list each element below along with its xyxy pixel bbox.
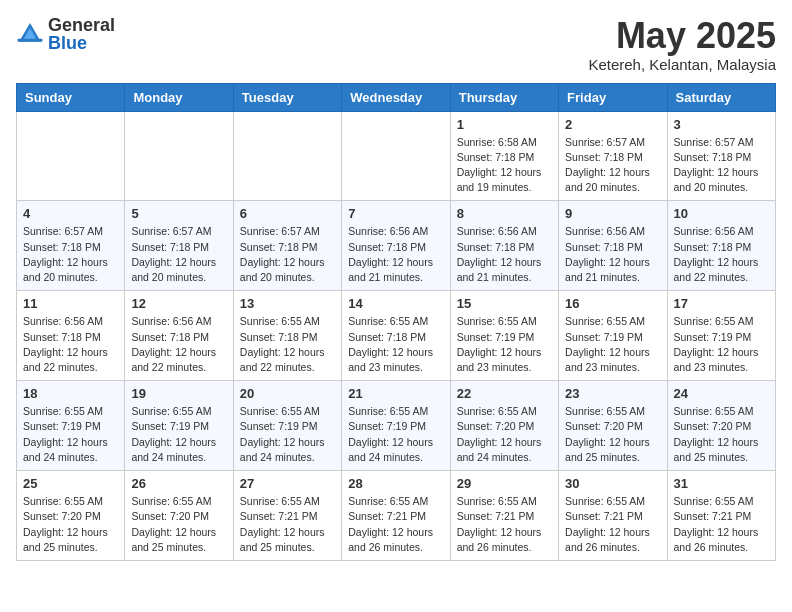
calendar-cell: 17Sunrise: 6:55 AM Sunset: 7:19 PM Dayli… [667, 291, 775, 381]
calendar-cell: 7Sunrise: 6:56 AM Sunset: 7:18 PM Daylig… [342, 201, 450, 291]
day-number: 18 [23, 386, 118, 401]
calendar-cell: 10Sunrise: 6:56 AM Sunset: 7:18 PM Dayli… [667, 201, 775, 291]
calendar-cell: 9Sunrise: 6:56 AM Sunset: 7:18 PM Daylig… [559, 201, 667, 291]
logo-icon [16, 20, 44, 48]
location-title: Ketereh, Kelantan, Malaysia [588, 56, 776, 73]
weekday-header-friday: Friday [559, 83, 667, 111]
calendar-cell: 30Sunrise: 6:55 AM Sunset: 7:21 PM Dayli… [559, 471, 667, 561]
weekday-header-wednesday: Wednesday [342, 83, 450, 111]
day-info: Sunrise: 6:55 AM Sunset: 7:20 PM Dayligh… [131, 494, 226, 555]
day-info: Sunrise: 6:55 AM Sunset: 7:19 PM Dayligh… [131, 404, 226, 465]
day-info: Sunrise: 6:56 AM Sunset: 7:18 PM Dayligh… [348, 224, 443, 285]
calendar-cell: 15Sunrise: 6:55 AM Sunset: 7:19 PM Dayli… [450, 291, 558, 381]
day-number: 4 [23, 206, 118, 221]
calendar-cell: 23Sunrise: 6:55 AM Sunset: 7:20 PM Dayli… [559, 381, 667, 471]
day-number: 25 [23, 476, 118, 491]
calendar-cell: 20Sunrise: 6:55 AM Sunset: 7:19 PM Dayli… [233, 381, 341, 471]
day-info: Sunrise: 6:55 AM Sunset: 7:20 PM Dayligh… [23, 494, 118, 555]
calendar-cell: 25Sunrise: 6:55 AM Sunset: 7:20 PM Dayli… [17, 471, 125, 561]
day-info: Sunrise: 6:58 AM Sunset: 7:18 PM Dayligh… [457, 135, 552, 196]
calendar-table: SundayMondayTuesdayWednesdayThursdayFrid… [16, 83, 776, 561]
day-number: 26 [131, 476, 226, 491]
day-info: Sunrise: 6:55 AM Sunset: 7:21 PM Dayligh… [240, 494, 335, 555]
calendar-cell: 21Sunrise: 6:55 AM Sunset: 7:19 PM Dayli… [342, 381, 450, 471]
logo-general-text: General [48, 15, 115, 35]
calendar-cell: 19Sunrise: 6:55 AM Sunset: 7:19 PM Dayli… [125, 381, 233, 471]
day-info: Sunrise: 6:55 AM Sunset: 7:20 PM Dayligh… [674, 404, 769, 465]
day-number: 14 [348, 296, 443, 311]
day-number: 9 [565, 206, 660, 221]
calendar-cell: 4Sunrise: 6:57 AM Sunset: 7:18 PM Daylig… [17, 201, 125, 291]
day-info: Sunrise: 6:55 AM Sunset: 7:21 PM Dayligh… [348, 494, 443, 555]
day-number: 15 [457, 296, 552, 311]
calendar-cell: 3Sunrise: 6:57 AM Sunset: 7:18 PM Daylig… [667, 111, 775, 201]
day-number: 28 [348, 476, 443, 491]
calendar-cell [17, 111, 125, 201]
day-number: 11 [23, 296, 118, 311]
day-info: Sunrise: 6:56 AM Sunset: 7:18 PM Dayligh… [457, 224, 552, 285]
day-info: Sunrise: 6:56 AM Sunset: 7:18 PM Dayligh… [565, 224, 660, 285]
day-info: Sunrise: 6:56 AM Sunset: 7:18 PM Dayligh… [674, 224, 769, 285]
day-number: 27 [240, 476, 335, 491]
day-number: 23 [565, 386, 660, 401]
calendar-cell: 11Sunrise: 6:56 AM Sunset: 7:18 PM Dayli… [17, 291, 125, 381]
day-info: Sunrise: 6:55 AM Sunset: 7:20 PM Dayligh… [457, 404, 552, 465]
month-title: May 2025 [588, 16, 776, 56]
day-info: Sunrise: 6:55 AM Sunset: 7:21 PM Dayligh… [565, 494, 660, 555]
calendar-cell: 26Sunrise: 6:55 AM Sunset: 7:20 PM Dayli… [125, 471, 233, 561]
day-number: 5 [131, 206, 226, 221]
day-info: Sunrise: 6:57 AM Sunset: 7:18 PM Dayligh… [240, 224, 335, 285]
calendar-cell: 12Sunrise: 6:56 AM Sunset: 7:18 PM Dayli… [125, 291, 233, 381]
day-number: 8 [457, 206, 552, 221]
weekday-header-saturday: Saturday [667, 83, 775, 111]
day-info: Sunrise: 6:55 AM Sunset: 7:19 PM Dayligh… [240, 404, 335, 465]
day-info: Sunrise: 6:55 AM Sunset: 7:21 PM Dayligh… [457, 494, 552, 555]
calendar-cell: 29Sunrise: 6:55 AM Sunset: 7:21 PM Dayli… [450, 471, 558, 561]
day-number: 1 [457, 117, 552, 132]
logo-blue-text: Blue [48, 33, 87, 53]
weekday-header-tuesday: Tuesday [233, 83, 341, 111]
calendar-cell: 5Sunrise: 6:57 AM Sunset: 7:18 PM Daylig… [125, 201, 233, 291]
calendar-cell: 31Sunrise: 6:55 AM Sunset: 7:21 PM Dayli… [667, 471, 775, 561]
day-number: 13 [240, 296, 335, 311]
day-number: 24 [674, 386, 769, 401]
calendar-cell: 2Sunrise: 6:57 AM Sunset: 7:18 PM Daylig… [559, 111, 667, 201]
day-number: 29 [457, 476, 552, 491]
day-number: 20 [240, 386, 335, 401]
day-info: Sunrise: 6:57 AM Sunset: 7:18 PM Dayligh… [565, 135, 660, 196]
day-number: 12 [131, 296, 226, 311]
day-number: 3 [674, 117, 769, 132]
day-info: Sunrise: 6:55 AM Sunset: 7:19 PM Dayligh… [674, 314, 769, 375]
calendar-cell [125, 111, 233, 201]
day-info: Sunrise: 6:55 AM Sunset: 7:20 PM Dayligh… [565, 404, 660, 465]
day-number: 17 [674, 296, 769, 311]
day-info: Sunrise: 6:57 AM Sunset: 7:18 PM Dayligh… [674, 135, 769, 196]
day-number: 7 [348, 206, 443, 221]
calendar-cell: 24Sunrise: 6:55 AM Sunset: 7:20 PM Dayli… [667, 381, 775, 471]
calendar-cell: 22Sunrise: 6:55 AM Sunset: 7:20 PM Dayli… [450, 381, 558, 471]
calendar-cell: 6Sunrise: 6:57 AM Sunset: 7:18 PM Daylig… [233, 201, 341, 291]
day-info: Sunrise: 6:57 AM Sunset: 7:18 PM Dayligh… [23, 224, 118, 285]
calendar-cell [233, 111, 341, 201]
calendar-cell: 14Sunrise: 6:55 AM Sunset: 7:18 PM Dayli… [342, 291, 450, 381]
day-number: 21 [348, 386, 443, 401]
day-info: Sunrise: 6:57 AM Sunset: 7:18 PM Dayligh… [131, 224, 226, 285]
calendar-cell [342, 111, 450, 201]
day-info: Sunrise: 6:55 AM Sunset: 7:19 PM Dayligh… [565, 314, 660, 375]
calendar-cell: 27Sunrise: 6:55 AM Sunset: 7:21 PM Dayli… [233, 471, 341, 561]
svg-rect-2 [18, 39, 43, 42]
day-info: Sunrise: 6:55 AM Sunset: 7:19 PM Dayligh… [23, 404, 118, 465]
logo: General Blue [16, 16, 115, 52]
day-number: 6 [240, 206, 335, 221]
day-number: 30 [565, 476, 660, 491]
day-number: 16 [565, 296, 660, 311]
day-info: Sunrise: 6:55 AM Sunset: 7:19 PM Dayligh… [457, 314, 552, 375]
day-info: Sunrise: 6:56 AM Sunset: 7:18 PM Dayligh… [23, 314, 118, 375]
day-number: 10 [674, 206, 769, 221]
calendar-cell: 18Sunrise: 6:55 AM Sunset: 7:19 PM Dayli… [17, 381, 125, 471]
weekday-header-sunday: Sunday [17, 83, 125, 111]
weekday-header-thursday: Thursday [450, 83, 558, 111]
day-number: 31 [674, 476, 769, 491]
calendar-cell: 28Sunrise: 6:55 AM Sunset: 7:21 PM Dayli… [342, 471, 450, 561]
day-info: Sunrise: 6:55 AM Sunset: 7:18 PM Dayligh… [348, 314, 443, 375]
